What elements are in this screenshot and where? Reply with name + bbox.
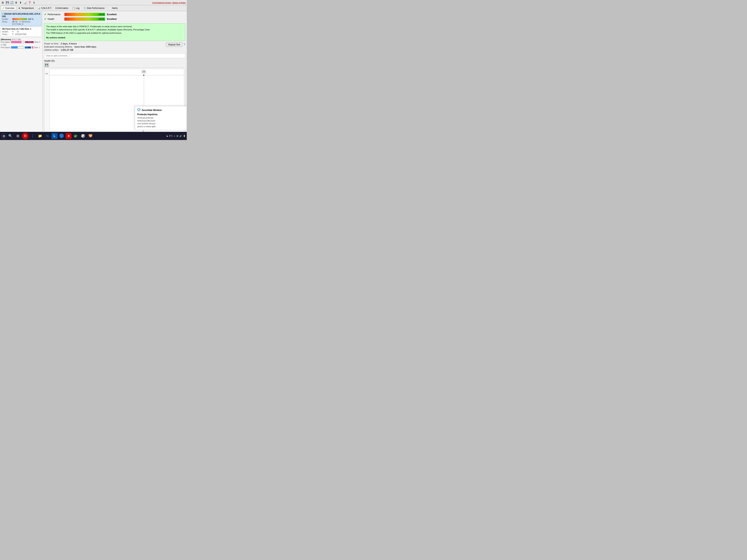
help-icon[interactable]: ?	[184, 43, 185, 46]
toolbar-icon-7[interactable]: ❓	[27, 1, 31, 5]
sidebar-bottom: [Windows] (475,7 GB) Free Space 389,4 GB…	[1, 37, 42, 49]
health-value: 100 %	[28, 18, 33, 20]
remaining-label: Estimated remaining lifetime:	[44, 46, 73, 48]
tab-overview[interactable]: ✔ Overview	[1, 6, 16, 10]
lifetime-writes-label: Lifetime writes:	[44, 49, 59, 51]
tab-smart[interactable]: 📊 S.M.A.R.T.	[36, 6, 53, 10]
status-line2: The health is determined by SSD specific…	[46, 28, 183, 31]
overview-icon: ✔	[2, 7, 4, 9]
tab-log[interactable]: 📋 Log	[70, 6, 81, 10]
taskbar-chevron-icon[interactable]: ∧	[174, 135, 175, 137]
toolbar-icon-4[interactable]: ⚙	[14, 1, 18, 5]
status-line3: The TRIM feature of the SSD is supported…	[46, 31, 183, 35]
windows-label: [Windows]	[1, 38, 11, 41]
usb-title: SB Flash Disk (3,7 GB) Disk: 1	[2, 28, 41, 30]
security-popup-text: Verificați protecția Antivirusul Microso…	[137, 116, 184, 128]
chart-save-button[interactable]: 💾	[44, 63, 49, 67]
repeat-test-button[interactable]: Repeat Test	[166, 43, 182, 47]
taskbar-photo-app-button[interactable]: 🌄	[87, 133, 94, 139]
temp-label: Temp.:	[2, 21, 12, 23]
tab-temperature-label: Temperature	[21, 7, 34, 9]
taskbar-x-app-button[interactable]: ✕	[66, 133, 72, 139]
toolbar-icon-5[interactable]: ⬇	[19, 1, 23, 5]
free-label-2: Free Space	[1, 47, 10, 49]
chart-data-point	[143, 75, 144, 76]
taskbar-task-view-button[interactable]: ⊞	[15, 133, 21, 139]
toolbar-icon-info[interactable]: ℹ	[32, 1, 36, 5]
security-popup: 🛡 Securitate Window Protecție împotriva …	[135, 106, 187, 130]
unknown-free-row: Free Space (? GB) Disk: 1	[1, 46, 42, 49]
health-bar	[12, 18, 27, 20]
comment-input[interactable]	[44, 53, 185, 58]
volume-label: C: [Windows]	[19, 21, 30, 23]
log-icon: 📋	[72, 7, 75, 9]
taskbar-app-l-button[interactable]: L	[52, 133, 57, 139]
remaining-value: more than 1000 days	[74, 46, 96, 48]
taskbar-search-button[interactable]: 🔍	[7, 133, 14, 139]
performance-check-icon: ✔	[44, 12, 47, 16]
chart-toolbar: 💾	[44, 63, 185, 67]
shield-icon: 🛡	[137, 108, 140, 112]
tab-information-label: Information	[57, 7, 68, 9]
windows-disk-header: [Windows] (475,7 GB)	[1, 38, 42, 41]
performance-bar: 100 %	[64, 13, 105, 16]
unknown-disk-section: (? GB) Free Space (? GB) Disk: 1	[1, 44, 42, 49]
chart-point-label: 100	[141, 70, 146, 73]
windows-size: (475,7 GB)	[12, 38, 21, 41]
taskbar-store-button[interactable]: 🛍	[44, 133, 51, 139]
performance-bar-value: 100 %	[98, 14, 104, 16]
health-bar-ph: 100 %	[64, 18, 105, 21]
taskbar-grid-app-button[interactable]: 🎲	[80, 133, 86, 139]
toolbar-icon-3[interactable]: 🔄	[10, 1, 14, 5]
usb-temp-row: Temp.: ? [HDSENTINE	[2, 33, 41, 35]
repeat-test-container: Repeat Test ?	[166, 43, 185, 47]
status-line5: No actions needed.	[46, 36, 183, 39]
windows-disk-section: [Windows] (475,7 GB) Free Space 389,4 GB…	[1, 38, 42, 43]
system-label: [SYSTEM], [V	[12, 23, 41, 25]
sidebar-item-ssd[interactable]: ✔ MSUNG MZVLB512HBJQ-000L (476,9 GB) Hea…	[1, 12, 42, 26]
tab-disk-performance-label: Disk Performance	[87, 7, 104, 9]
taskbar-folder-app-button[interactable]: 🐲	[72, 133, 79, 139]
tab-disk-performance[interactable]: 💿 Disk Performance	[81, 6, 106, 10]
disk-perf-icon: 💿	[83, 7, 86, 9]
register-warning[interactable]: Unregistered version, please register.	[152, 1, 186, 4]
health-row: ✔ Health: 100 % Excellent	[44, 17, 185, 21]
taskbar-right: 🌤 3°C ∧ 🖥 🔊 🔋	[166, 135, 186, 137]
sidebar: ✔ MSUNG MZVLB512HBJQ-000L (476,9 GB) Hea…	[0, 11, 43, 137]
status-box: The status of the solid state disk is PE…	[44, 23, 185, 41]
lifetime-writes-value: 1.021,37 GB	[60, 49, 73, 51]
tab-temperature[interactable]: 🌡 Temperature	[17, 6, 35, 10]
power-on-value: 2 days, 3 hours	[60, 43, 77, 45]
windows-free-bar	[11, 41, 24, 43]
status-line1: The status of the solid state disk is PE…	[46, 25, 183, 28]
taskbar-weather-temp: 3°C	[169, 135, 173, 137]
power-on-row: Power on time: 2 days, 3 hours	[44, 43, 96, 45]
toolbar-icon-6[interactable]: 📊	[23, 1, 27, 5]
unknown-size: (? GB)	[1, 44, 42, 46]
tab-smart-label: S.M.A.R.T.	[41, 7, 52, 9]
taskbar-opera-button[interactable]: O	[22, 133, 28, 139]
health-bar-value: 100 %	[98, 18, 104, 20]
taskbar-edge-button[interactable]: ⟩	[29, 133, 36, 139]
toolbar-icon-2[interactable]: 💾	[5, 1, 9, 5]
sidebar-item-usb[interactable]: SB Flash Disk (3,7 GB) Disk: 1 Health: ?…	[1, 27, 42, 37]
tabs-row: ✔ Overview 🌡 Temperature 📊 S.M.A.R.T. ℹ …	[0, 5, 187, 11]
taskbar-circle-app-button[interactable]: 🔵	[58, 133, 65, 139]
usb-health-value: ?	[12, 31, 14, 33]
taskbar-explorer-button[interactable]: 📁	[37, 133, 43, 139]
status-spacer	[46, 35, 183, 36]
health-label: Health:	[2, 18, 12, 20]
usb-health-label: Health:	[2, 31, 12, 33]
usb-health-row: Health: ? D:	[2, 31, 41, 33]
taskbar-network-icon: 🖥	[176, 135, 178, 137]
windows-free-row: Free Space 389,4 GB Disk: 0	[1, 41, 42, 43]
smart-icon: 📊	[37, 7, 41, 9]
tab-alerts[interactable]: 📄 Alerts	[106, 6, 119, 10]
taskbar-start-button[interactable]: ⊞	[1, 133, 6, 138]
toolbar-icon-1[interactable]: 🖥	[1, 1, 5, 5]
taskbar-volume-icon[interactable]: 🔊	[179, 135, 182, 137]
health-check-icon: ✔	[44, 17, 47, 21]
windows-disk-num: Disk: 0	[35, 41, 41, 43]
tab-information[interactable]: ℹ Information	[54, 6, 70, 10]
alerts-icon: 📄	[108, 7, 111, 9]
